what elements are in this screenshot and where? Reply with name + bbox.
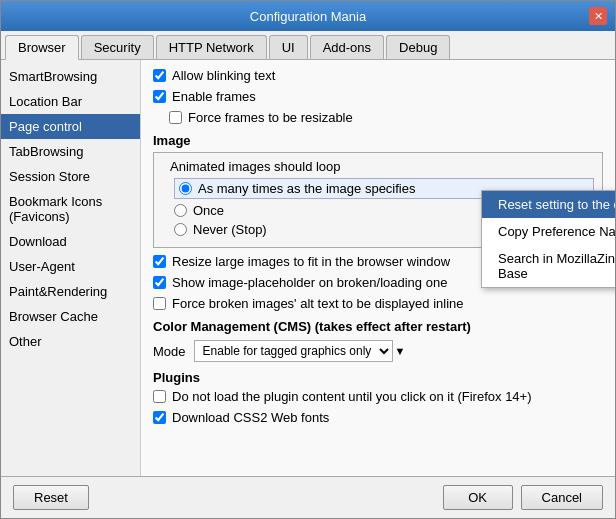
allow-blinking-label: Allow blinking text [172,68,275,83]
window-title: Configuration Mania [27,9,589,24]
download-css-row: Download CSS2 Web fonts [153,410,603,425]
download-css-checkbox[interactable] [153,411,166,424]
radio-never-label: Never (Stop) [193,222,267,237]
tab-ui[interactable]: UI [269,35,308,59]
bottom-bar: Reset OK Cancel [1,476,615,518]
image-placeholder-label: Show image-placeholder on broken/loading… [172,275,447,290]
broken-images-checkbox[interactable] [153,297,166,310]
sidebar-item-tabbrowsing[interactable]: TabBrowsing [1,139,140,164]
tab-security[interactable]: Security [81,35,154,59]
cancel-button[interactable]: Cancel [521,485,603,510]
sidebar: SmartBrowsing Location Bar Page control … [1,60,141,476]
tabs-bar: Browser Security HTTP Network UI Add-ons… [1,31,615,60]
sidebar-item-bookmark-icons[interactable]: Bookmark Icons (Favicons) [1,189,140,229]
force-frames-checkbox[interactable] [169,111,182,124]
no-plugin-load-checkbox[interactable] [153,390,166,403]
reset-button[interactable]: Reset [13,485,89,510]
plugins-section-label: Plugins [153,370,603,385]
ctx-menu-item-reset[interactable]: Reset setting to the default value [482,191,615,218]
radio-once-label: Once [193,203,224,218]
resize-images-checkbox[interactable] [153,255,166,268]
main-panel: Allow blinking text Enable frames Force … [141,60,615,476]
radio-once[interactable] [174,204,187,217]
dropdown-arrow-icon: ▼ [395,345,406,357]
ok-cancel-group: OK Cancel [443,485,603,510]
radio-specifies-label: As many times as the image specifies [198,181,415,196]
download-css-label: Download CSS2 Web fonts [172,410,329,425]
sidebar-item-paintrendering[interactable]: Paint&Rendering [1,279,140,304]
tab-browser[interactable]: Browser [5,35,79,60]
context-menu: Reset setting to the default value Copy … [481,190,615,288]
force-frames-row: Force frames to be resizable [169,110,603,125]
no-plugin-load-label: Do not load the plugin content until you… [172,389,532,404]
cms-section-label: Color Management (CMS) (takes effect aft… [153,319,603,334]
resize-images-label: Resize large images to fit in the browse… [172,254,450,269]
sidebar-item-other[interactable]: Other [1,329,140,354]
mode-label: Mode [153,344,186,359]
sidebar-item-useragent[interactable]: User-Agent [1,254,140,279]
animated-label: Animated images should loop [170,159,594,174]
ctx-menu-item-copy[interactable]: Copy Preference Name [482,218,615,245]
tab-http-network[interactable]: HTTP Network [156,35,267,59]
broken-images-row: Force broken images' alt text to be disp… [153,296,603,311]
image-section-label: Image [153,133,603,148]
sidebar-item-pagecontrol[interactable]: Page control [1,114,140,139]
enable-frames-checkbox[interactable] [153,90,166,103]
sidebar-item-browsercache[interactable]: Browser Cache [1,304,140,329]
ctx-menu-item-search[interactable]: Search in MozillaZine Knowledge Base [482,245,615,287]
main-window: Configuration Mania ✕ Browser Security H… [0,0,616,519]
sidebar-item-locationbar[interactable]: Location Bar [1,89,140,114]
tab-debug[interactable]: Debug [386,35,450,59]
mode-row: Mode Enable for tagged graphics onlyDisa… [153,340,603,362]
broken-images-label: Force broken images' alt text to be disp… [172,296,464,311]
force-frames-label: Force frames to be resizable [188,110,353,125]
radio-specifies[interactable] [179,182,192,195]
image-placeholder-checkbox[interactable] [153,276,166,289]
ok-button[interactable]: OK [443,485,513,510]
sidebar-item-download[interactable]: Download [1,229,140,254]
mode-select[interactable]: Enable for tagged graphics onlyDisableFu… [194,340,393,362]
sidebar-item-smartbrowsing[interactable]: SmartBrowsing [1,64,140,89]
content-area: SmartBrowsing Location Bar Page control … [1,60,615,476]
title-bar: Configuration Mania ✕ [1,1,615,31]
close-button[interactable]: ✕ [589,7,607,25]
tab-addons[interactable]: Add-ons [310,35,384,59]
enable-frames-row: Enable frames [153,89,603,104]
radio-never[interactable] [174,223,187,236]
enable-frames-label: Enable frames [172,89,256,104]
allow-blinking-row: Allow blinking text [153,68,603,83]
no-plugin-load-row: Do not load the plugin content until you… [153,389,603,404]
sidebar-item-sessionstore[interactable]: Session Store [1,164,140,189]
allow-blinking-checkbox[interactable] [153,69,166,82]
